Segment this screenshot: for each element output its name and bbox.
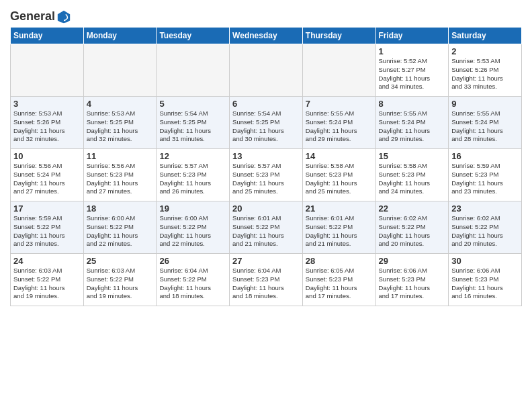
day-number: 27 [232, 256, 300, 266]
calendar-cell [230, 44, 303, 97]
calendar-cell [302, 44, 375, 97]
day-header-monday: Monday [83, 28, 157, 44]
calendar-cell: 3Sunrise: 5:53 AM Sunset: 5:26 PM Daylig… [11, 97, 84, 149]
day-number: 17 [13, 203, 81, 214]
day-number: 25 [87, 256, 154, 266]
calendar-cell: 19Sunrise: 6:00 AM Sunset: 5:22 PM Dayli… [157, 201, 230, 254]
calendar-cell: 10Sunrise: 5:56 AM Sunset: 5:24 PM Dayli… [11, 149, 84, 201]
logo-text-general: General [10, 10, 55, 24]
day-info: Sunrise: 5:53 AM Sunset: 5:26 PM Dayligh… [451, 57, 519, 91]
calendar-cell: 18Sunrise: 6:00 AM Sunset: 5:22 PM Dayli… [83, 201, 157, 254]
day-info: Sunrise: 6:01 AM Sunset: 5:22 PM Dayligh… [306, 214, 373, 248]
day-number: 22 [379, 203, 446, 214]
calendar-cell: 11Sunrise: 5:56 AM Sunset: 5:23 PM Dayli… [83, 149, 157, 201]
calendar-cell: 27Sunrise: 6:04 AM Sunset: 5:23 PM Dayli… [230, 254, 303, 306]
calendar-week-row: 24Sunrise: 6:03 AM Sunset: 5:22 PM Dayli… [11, 254, 522, 306]
day-number: 19 [159, 203, 226, 214]
day-info: Sunrise: 5:53 AM Sunset: 5:26 PM Dayligh… [13, 109, 81, 144]
day-number: 8 [379, 99, 446, 109]
logo-icon [56, 9, 71, 24]
day-info: Sunrise: 5:56 AM Sunset: 5:23 PM Dayligh… [87, 162, 154, 196]
header: General [10, 7, 522, 24]
day-number: 12 [159, 151, 226, 161]
calendar-cell: 28Sunrise: 6:05 AM Sunset: 5:23 PM Dayli… [302, 254, 375, 306]
day-number: 16 [451, 151, 519, 161]
day-number: 14 [306, 151, 373, 161]
calendar-cell: 21Sunrise: 6:01 AM Sunset: 5:22 PM Dayli… [302, 201, 375, 254]
day-info: Sunrise: 5:56 AM Sunset: 5:24 PM Dayligh… [13, 162, 81, 196]
day-info: Sunrise: 5:59 AM Sunset: 5:23 PM Dayligh… [451, 162, 519, 196]
calendar-cell: 14Sunrise: 5:58 AM Sunset: 5:23 PM Dayli… [302, 149, 375, 201]
day-number: 30 [451, 256, 519, 266]
day-number: 29 [379, 256, 446, 266]
day-info: Sunrise: 5:57 AM Sunset: 5:23 PM Dayligh… [159, 162, 226, 196]
calendar-cell: 9Sunrise: 5:55 AM Sunset: 5:24 PM Daylig… [449, 97, 522, 149]
calendar-cell: 26Sunrise: 6:04 AM Sunset: 5:22 PM Dayli… [157, 254, 230, 306]
day-header-wednesday: Wednesday [230, 28, 303, 44]
day-info: Sunrise: 5:55 AM Sunset: 5:24 PM Dayligh… [379, 109, 446, 144]
calendar-cell: 17Sunrise: 5:59 AM Sunset: 5:22 PM Dayli… [11, 201, 84, 254]
day-number: 2 [451, 46, 519, 56]
day-number: 20 [232, 203, 300, 214]
day-number: 6 [232, 99, 300, 109]
day-number: 21 [306, 203, 373, 214]
day-number: 10 [13, 151, 81, 161]
day-number: 28 [306, 256, 373, 266]
day-number: 5 [159, 99, 226, 109]
day-number: 7 [306, 99, 373, 109]
calendar-cell: 15Sunrise: 5:58 AM Sunset: 5:23 PM Dayli… [375, 149, 449, 201]
day-info: Sunrise: 5:54 AM Sunset: 5:25 PM Dayligh… [232, 109, 300, 144]
day-info: Sunrise: 6:01 AM Sunset: 5:22 PM Dayligh… [232, 214, 300, 248]
calendar-cell: 8Sunrise: 5:55 AM Sunset: 5:24 PM Daylig… [375, 97, 449, 149]
calendar-cell: 6Sunrise: 5:54 AM Sunset: 5:25 PM Daylig… [230, 97, 303, 149]
calendar-cell: 24Sunrise: 6:03 AM Sunset: 5:22 PM Dayli… [11, 254, 84, 306]
calendar-cell [83, 44, 157, 97]
calendar-cell: 23Sunrise: 6:02 AM Sunset: 5:22 PM Dayli… [449, 201, 522, 254]
day-number: 26 [159, 256, 226, 266]
calendar-cell: 13Sunrise: 5:57 AM Sunset: 5:23 PM Dayli… [230, 149, 303, 201]
calendar-header-row: SundayMondayTuesdayWednesdayThursdayFrid… [11, 28, 522, 44]
calendar-cell: 25Sunrise: 6:03 AM Sunset: 5:22 PM Dayli… [83, 254, 157, 306]
day-info: Sunrise: 6:05 AM Sunset: 5:23 PM Dayligh… [306, 267, 373, 301]
calendar-table: SundayMondayTuesdayWednesdayThursdayFrid… [10, 27, 522, 306]
day-info: Sunrise: 5:58 AM Sunset: 5:23 PM Dayligh… [306, 162, 373, 196]
calendar-cell: 1Sunrise: 5:52 AM Sunset: 5:27 PM Daylig… [375, 44, 449, 97]
calendar-cell: 4Sunrise: 5:53 AM Sunset: 5:25 PM Daylig… [83, 97, 157, 149]
calendar-cell: 20Sunrise: 6:01 AM Sunset: 5:22 PM Dayli… [230, 201, 303, 254]
calendar-cell: 29Sunrise: 6:06 AM Sunset: 5:23 PM Dayli… [375, 254, 449, 306]
day-info: Sunrise: 5:54 AM Sunset: 5:25 PM Dayligh… [159, 109, 226, 144]
day-info: Sunrise: 6:03 AM Sunset: 5:22 PM Dayligh… [13, 267, 81, 301]
day-number: 13 [232, 151, 300, 161]
calendar-week-row: 1Sunrise: 5:52 AM Sunset: 5:27 PM Daylig… [11, 44, 522, 97]
day-number: 24 [13, 256, 81, 266]
calendar-cell: 16Sunrise: 5:59 AM Sunset: 5:23 PM Dayli… [449, 149, 522, 201]
day-number: 4 [87, 99, 154, 109]
calendar-cell: 2Sunrise: 5:53 AM Sunset: 5:26 PM Daylig… [449, 44, 522, 97]
calendar-week-row: 10Sunrise: 5:56 AM Sunset: 5:24 PM Dayli… [11, 149, 522, 201]
day-info: Sunrise: 6:02 AM Sunset: 5:22 PM Dayligh… [379, 214, 446, 248]
day-info: Sunrise: 6:00 AM Sunset: 5:22 PM Dayligh… [159, 214, 226, 248]
day-header-thursday: Thursday [302, 28, 375, 44]
day-info: Sunrise: 5:53 AM Sunset: 5:25 PM Dayligh… [87, 109, 154, 144]
day-header-friday: Friday [375, 28, 449, 44]
day-info: Sunrise: 6:06 AM Sunset: 5:23 PM Dayligh… [379, 267, 446, 301]
calendar-cell: 5Sunrise: 5:54 AM Sunset: 5:25 PM Daylig… [157, 97, 230, 149]
day-number: 9 [451, 99, 519, 109]
day-number: 3 [13, 99, 81, 109]
day-number: 11 [87, 151, 154, 161]
day-info: Sunrise: 5:55 AM Sunset: 5:24 PM Dayligh… [306, 109, 373, 144]
day-info: Sunrise: 5:58 AM Sunset: 5:23 PM Dayligh… [379, 162, 446, 196]
calendar-cell [157, 44, 230, 97]
day-header-saturday: Saturday [449, 28, 522, 44]
calendar-cell: 12Sunrise: 5:57 AM Sunset: 5:23 PM Dayli… [157, 149, 230, 201]
day-info: Sunrise: 5:52 AM Sunset: 5:27 PM Dayligh… [379, 57, 446, 91]
calendar-cell: 7Sunrise: 5:55 AM Sunset: 5:24 PM Daylig… [302, 97, 375, 149]
day-info: Sunrise: 6:00 AM Sunset: 5:22 PM Dayligh… [87, 214, 154, 248]
day-info: Sunrise: 6:06 AM Sunset: 5:23 PM Dayligh… [451, 267, 519, 301]
day-number: 15 [379, 151, 446, 161]
calendar-week-row: 3Sunrise: 5:53 AM Sunset: 5:26 PM Daylig… [11, 97, 522, 149]
day-number: 1 [379, 46, 446, 56]
day-info: Sunrise: 5:57 AM Sunset: 5:23 PM Dayligh… [232, 162, 300, 196]
day-info: Sunrise: 6:04 AM Sunset: 5:22 PM Dayligh… [159, 267, 226, 301]
day-header-tuesday: Tuesday [157, 28, 230, 44]
